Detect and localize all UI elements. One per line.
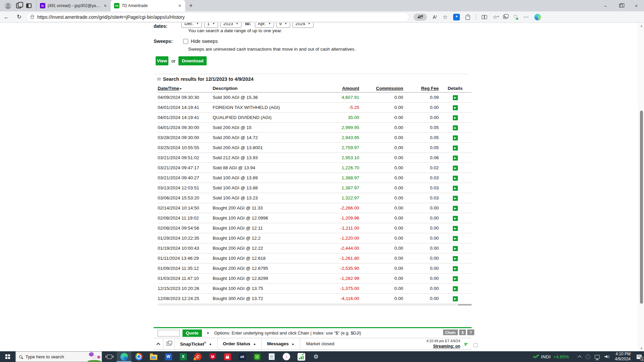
details-button[interactable]: ▶ (453, 156, 458, 161)
taskbar-notepad-button[interactable] (264, 351, 279, 362)
browser-essentials-icon[interactable]: ♡ (513, 14, 518, 20)
symbol-input[interactable] (158, 330, 180, 337)
details-button[interactable]: ▶ (453, 145, 458, 150)
column-amount[interactable]: Amount (319, 86, 359, 91)
collapse-dock-button[interactable] (154, 338, 163, 349)
table-horizontal-scrollbar[interactable] (158, 304, 472, 305)
taskbar-word-button[interactable]: W (161, 351, 176, 362)
refresh-button[interactable]: ↻ (13, 13, 25, 20)
copilot-icon[interactable] (534, 14, 541, 20)
details-button[interactable]: ▶ (453, 186, 458, 191)
taskbar-file-explorer-button[interactable] (146, 351, 161, 362)
taskbar-clock[interactable]: 4:10 PM 4/9/2024 (611, 352, 634, 362)
details-button[interactable]: ▶ (453, 296, 458, 301)
new-tab-button[interactable]: + (185, 2, 197, 9)
scroll-down-arrow[interactable]: ▼ (639, 346, 644, 351)
taskbar-webroot-button[interactable] (250, 351, 264, 362)
envelope-icon[interactable]: ✉ (157, 76, 161, 82)
settings-menu-icon[interactable]: ⋯ (523, 14, 529, 20)
minimize-button[interactable]: – (598, 0, 613, 11)
vertical-tabs-icon[interactable] (26, 3, 32, 8)
streaming-link[interactable]: Streaming: on (433, 344, 460, 349)
taskbar-truekey-button[interactable] (220, 351, 235, 362)
start-button[interactable] (0, 351, 15, 362)
page-scrollbar[interactable]: ▲ ▼ (638, 23, 644, 351)
start-year-select[interactable]: 2023▼ (220, 23, 241, 28)
taskbar-stocks-button[interactable] (294, 351, 309, 362)
scroll-up-arrow[interactable]: ▲ (639, 23, 644, 28)
back-button[interactable]: ← (0, 14, 13, 20)
taskbar-itunes-button[interactable]: ♪ (279, 351, 294, 362)
favorites-bar-icon[interactable]: ☆ (493, 14, 497, 20)
close-window-button[interactable]: × (629, 0, 644, 11)
help-button[interactable]: ? (467, 329, 474, 335)
ticker-widget[interactable]: INDI +4.65% (531, 351, 571, 362)
volume-button[interactable]: )) (602, 351, 611, 362)
resize-handle[interactable] (474, 343, 478, 347)
details-button[interactable]: ▶ (453, 115, 458, 120)
taskbar-chrome-button[interactable] (131, 351, 146, 362)
scrollbar-thumb[interactable] (458, 304, 472, 305)
details-button[interactable]: ▶ (453, 216, 458, 221)
network-button[interactable] (592, 351, 602, 362)
taskbar-edge-button[interactable] (117, 351, 131, 362)
taskbar-mcafee-button[interactable]: M (205, 351, 220, 362)
tab-close-icon[interactable]: × (178, 3, 182, 8)
profile-avatar-icon[interactable] (5, 2, 11, 9)
read-aloud-icon[interactable]: A⁾ (433, 14, 437, 20)
hide-sweeps-checkbox[interactable] (183, 39, 188, 44)
dollar-button[interactable]: $ (459, 329, 466, 335)
taskbar-search[interactable]: Type here to search (15, 351, 102, 362)
scrollbar-thumb[interactable] (640, 111, 643, 304)
collections-icon[interactable] (503, 15, 507, 19)
details-button[interactable]: ▶ (453, 266, 458, 271)
taskbar-ccleaner-button[interactable]: C (191, 351, 205, 362)
favorite-star-icon[interactable]: ☆ (443, 14, 447, 20)
workspaces-icon[interactable] (16, 3, 21, 8)
end-day-select[interactable]: 9▼ (276, 23, 290, 28)
details-button[interactable]: ▶ (453, 226, 458, 231)
taskbar-stt-button[interactable]: stt (235, 351, 250, 362)
details-button[interactable]: ▶ (453, 286, 458, 291)
details-button[interactable]: ▶ (453, 246, 458, 251)
start-day-select[interactable]: 1▼ (204, 23, 218, 28)
taskbar-excel-button[interactable]: X (176, 351, 191, 362)
column-date-time[interactable]: Date/Time▾ (158, 86, 213, 91)
notification-center-button[interactable]: 1 (634, 351, 644, 362)
extension-shortcut-icon[interactable]: * (453, 14, 460, 20)
tab-close-icon[interactable]: × (103, 3, 107, 8)
restore-button[interactable] (613, 0, 629, 11)
extensions-icon[interactable] (466, 15, 470, 20)
start-month-select[interactable]: Dec.▼ (181, 23, 202, 28)
details-button[interactable]: ▶ (453, 196, 458, 201)
view-button[interactable]: View (156, 56, 168, 65)
details-button[interactable]: ▶ (453, 236, 458, 241)
details-button[interactable]: ▶ (453, 176, 458, 181)
quote-button[interactable]: Quote (182, 329, 202, 337)
tab-yahoo-mail[interactable]: ✉ (491 unread) - gsp302@yahoo.c × (36, 0, 111, 11)
popout-button[interactable] (163, 338, 175, 349)
meet-now-button[interactable] (583, 351, 592, 362)
task-view-button[interactable] (102, 351, 117, 362)
taskbar-settings-button[interactable]: ⚙ (309, 351, 323, 362)
column-reg-fee[interactable]: Reg Fee (403, 86, 439, 91)
chain-button[interactable]: Chain (443, 329, 458, 335)
details-button[interactable]: ▶ (453, 256, 458, 261)
tab-td-ameritrade[interactable]: TD TD Ameritrade × (111, 0, 185, 11)
column-commission[interactable]: Commission (359, 86, 403, 91)
snapticket-tab[interactable]: SnapTicket®▲ (175, 338, 218, 349)
split-screen-icon[interactable] (482, 15, 487, 19)
messages-tab[interactable]: Messages▲ (262, 338, 300, 349)
password-hidden-button[interactable] (414, 13, 427, 21)
tray-overflow-button[interactable] (576, 351, 583, 362)
download-button[interactable]: Download (178, 56, 207, 65)
end-month-select[interactable]: Apr.▼ (255, 23, 274, 28)
details-button[interactable]: ▶ (453, 105, 458, 110)
details-button[interactable]: ▶ (453, 206, 458, 211)
url-text[interactable]: https://invest.ameritrade.com/grid/p/sit… (37, 14, 184, 20)
site-security-icon[interactable] (31, 16, 34, 19)
address-bar[interactable]: https://invest.ameritrade.com/grid/p/sit… (26, 13, 409, 21)
details-button[interactable]: ▶ (453, 166, 458, 171)
order-status-tab[interactable]: Order Status▲ (218, 338, 262, 349)
details-button[interactable]: ▶ (453, 95, 458, 100)
